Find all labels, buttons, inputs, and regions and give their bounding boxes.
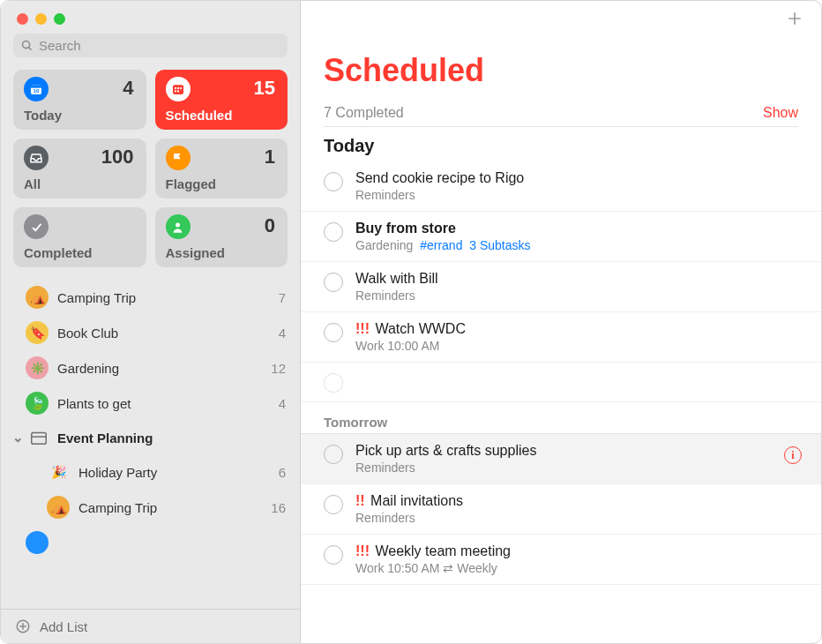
sidebar: Search 10 4 Today 15 Scheduled — [1, 1, 301, 643]
list-name: Book Club — [57, 326, 270, 341]
list-group[interactable]: ⌄ Event Planning — [4, 421, 296, 454]
list-icon: ✳️ — [26, 356, 49, 379]
list-item[interactable]: ⛺ Camping Trip 16 — [4, 490, 296, 525]
complete-toggle[interactable] — [324, 172, 343, 191]
list-count: 16 — [271, 500, 286, 515]
svg-point-0 — [23, 41, 30, 49]
reminder-title: Mail invitations — [370, 493, 463, 508]
smart-lists-grid: 10 4 Today 15 Scheduled 100 All — [1, 70, 300, 280]
plus-circle-icon — [15, 618, 31, 634]
reminder-row[interactable]: Send cookie recipe to Rigo Reminders — [301, 161, 821, 212]
svg-rect-12 — [32, 433, 47, 445]
main-pane: Scheduled 7 Completed Show Today Send co… — [301, 1, 821, 643]
list-count: 4 — [279, 326, 286, 341]
group-name: Event Planning — [57, 431, 153, 446]
reminder-row[interactable]: Buy from store Gardening #errand 3 Subta… — [301, 212, 821, 262]
show-completed-button[interactable]: Show — [763, 105, 798, 121]
window-controls — [1, 1, 300, 34]
add-list-button[interactable]: Add List — [1, 609, 300, 643]
smart-flagged-label: Flagged — [166, 176, 278, 191]
complete-toggle[interactable] — [324, 545, 343, 565]
smart-assigned-count: 0 — [265, 214, 275, 237]
reminder-title: Buy from store — [355, 221, 456, 236]
add-list-label: Add List — [40, 619, 87, 634]
chevron-down-icon: ⌄ — [11, 430, 24, 446]
list-item[interactable]: 🔖 Book Club 4 — [4, 315, 296, 350]
reminder-meta: Reminders — [355, 288, 798, 303]
svg-rect-3 — [31, 85, 41, 87]
list-icon: ⛺ — [47, 496, 70, 519]
smart-scheduled-label: Scheduled — [166, 108, 278, 123]
reminder-tag[interactable]: #errand — [420, 238, 462, 252]
calendar-today-icon: 10 — [24, 77, 49, 101]
new-reminder-button[interactable] — [786, 10, 803, 33]
list-item[interactable]: 🎉 Holiday Party 6 — [4, 454, 296, 490]
section-heading: Today — [301, 127, 821, 161]
complete-toggle[interactable] — [324, 222, 343, 242]
list-item[interactable]: ⛺ Camping Trip 7 — [4, 280, 296, 315]
reminder-title: Walk with Bill — [355, 271, 438, 286]
smart-completed-label: Completed — [24, 245, 136, 260]
smart-today-label: Today — [24, 108, 136, 123]
complete-toggle[interactable] — [324, 495, 343, 514]
list-icon: 🎉 — [47, 461, 70, 483]
reminder-subtasks[interactable]: 3 Subtasks — [469, 238, 530, 252]
search-icon — [20, 39, 34, 52]
svg-rect-9 — [175, 90, 176, 92]
smart-today[interactable]: 10 4 Today — [13, 70, 146, 130]
calendar-scheduled-icon — [166, 77, 191, 101]
reminder-title: Weekly team meeting — [375, 543, 511, 558]
smart-scheduled[interactable]: 15 Scheduled — [155, 70, 288, 130]
complete-toggle[interactable] — [324, 323, 343, 342]
list-name: Holiday Party — [78, 465, 270, 480]
reminder-title: Watch WWDC — [375, 321, 466, 336]
list-icon: 🔖 — [26, 321, 49, 344]
svg-rect-10 — [177, 90, 179, 92]
svg-text:10: 10 — [34, 88, 40, 94]
smart-all-label: All — [24, 176, 136, 191]
list-name: Camping Trip — [78, 500, 262, 515]
smart-scheduled-count: 15 — [254, 77, 275, 100]
reminder-meta: Reminders — [355, 188, 798, 202]
svg-rect-8 — [180, 87, 182, 89]
complete-toggle[interactable] — [324, 445, 343, 464]
list-icon — [26, 531, 49, 554]
reminder-row[interactable]: !!! Weekly team meeting Work 10:50 AM ⇄ … — [301, 535, 821, 585]
complete-toggle[interactable] — [324, 373, 343, 393]
completed-count-label: 7 Completed — [324, 105, 404, 121]
reminder-row[interactable]: Walk with Bill Reminders — [301, 262, 821, 312]
reminder-row[interactable]: !!! Watch WWDC Work 10:00 AM — [301, 312, 821, 363]
complete-toggle[interactable] — [324, 273, 343, 292]
priority-badge: !! — [355, 493, 365, 508]
search-input[interactable]: Search — [13, 34, 288, 57]
smart-completed[interactable]: Completed — [13, 207, 146, 267]
reminder-sections: Today Send cookie recipe to Rigo Reminde… — [301, 127, 821, 585]
list-item[interactable] — [4, 525, 296, 560]
new-reminder-placeholder[interactable] — [301, 363, 821, 402]
list-item[interactable]: ✳️ Gardening 12 — [4, 350, 296, 386]
list-count: 6 — [279, 465, 286, 480]
fullscreen-window-button[interactable] — [54, 13, 65, 25]
smart-flagged[interactable]: 1 Flagged — [155, 139, 288, 198]
list-name: Gardening — [57, 361, 262, 376]
flag-icon — [166, 146, 191, 170]
svg-point-11 — [176, 222, 180, 227]
smart-today-count: 4 — [123, 77, 133, 100]
reminder-row[interactable]: Pick up arts & crafts supplies Reminders… — [301, 434, 821, 484]
minimize-window-button[interactable] — [35, 13, 47, 25]
reminder-meta: Work 10:50 AM ⇄ Weekly — [355, 561, 798, 575]
priority-badge: !!! — [355, 543, 370, 558]
search-placeholder: Search — [39, 38, 81, 53]
page-title: Scheduled — [324, 52, 798, 89]
svg-line-1 — [29, 48, 32, 50]
folder-icon — [29, 428, 49, 447]
reminder-row[interactable]: !! Mail invitations Reminders — [301, 484, 821, 535]
list-count: 12 — [271, 361, 286, 376]
smart-all[interactable]: 100 All — [13, 139, 146, 198]
list-item[interactable]: 🍃 Plants to get 4 — [4, 386, 296, 421]
smart-assigned[interactable]: 0 Assigned — [155, 207, 288, 267]
info-button[interactable]: i — [784, 446, 802, 464]
priority-badge: !!! — [355, 321, 370, 336]
plus-icon — [786, 10, 803, 27]
close-window-button[interactable] — [17, 13, 28, 25]
